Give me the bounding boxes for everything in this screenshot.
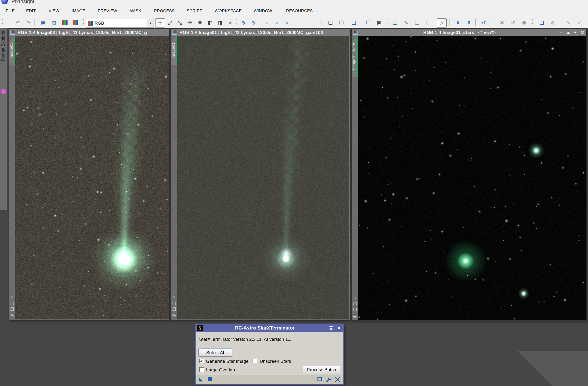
reset-button-icon[interactable] [335,376,341,383]
close-button[interactable]: ✕ [580,29,584,35]
apply-global-button[interactable] [208,377,212,381]
pan-mode-icon[interactable]: ✛ [155,19,165,28]
center-view-icon[interactable]: ◎ [10,313,14,318]
process-history-icon[interactable]: ↺ [479,19,488,27]
duplicate-view-icon[interactable]: ❐ [10,307,14,311]
iconize-button[interactable]: – [560,29,562,35]
add-process-icon[interactable]: ❏ [413,19,422,27]
menu-item-file[interactable]: FILE [6,9,15,13]
image01-stars-view[interactable] [358,36,586,320]
menu-item-view[interactable]: VIEW [49,9,60,13]
zoom-in-icon[interactable]: ⊕ [239,19,248,27]
menu-item-window[interactable]: WINDOW [254,9,272,13]
preview-frame-icon[interactable]: ▢ [172,301,176,305]
duplicate-window-icon[interactable]: ❐ [337,19,346,27]
process-settings-icon[interactable]: ✱ [497,19,506,27]
select-mode-icon[interactable]: ➤ [226,19,235,27]
undo-icon[interactable]: ↶ [13,19,22,27]
starxterminator-dialog[interactable]: S RC-Astro StarXTerminator ✕ StarXTermin… [195,324,344,385]
menu-item-workspace[interactable]: WORKSPACE [215,9,242,13]
menu-item-resources[interactable]: RESOURCES [286,9,313,13]
zoom-optimal-icon[interactable]: ⌕ [282,19,291,27]
toolbar-drag-handle[interactable] [82,19,84,27]
realtime-preview-button[interactable] [317,377,322,381]
expand-window-icon[interactable]: ❒ [364,19,373,27]
clone-process-icon[interactable]: ❐ [424,19,433,27]
redo-icon[interactable]: ↷ [24,19,33,27]
remove-mask-icon[interactable]: ⊗ [548,19,557,27]
duplicate-view-icon[interactable]: ❐ [172,307,176,311]
new-image-window-icon[interactable]: ❏ [326,19,335,27]
shade-window-icon[interactable]: ❑ [349,19,358,27]
window-titlebar[interactable]: RGB 1:4 Image03 | Light_42 Lyncis_120.0s… [9,29,169,36]
image-window-image01-stars[interactable]: RGB 1:4 Image01_stars | <*new*> –+✕ Imag… [352,28,587,321]
chevron-down-icon[interactable]: ▼ [147,19,154,27]
stf-rgb-icon[interactable] [60,19,69,27]
menu-item-process[interactable]: PROCESS [154,9,175,13]
center-image-icon[interactable]: ✥ [195,19,205,27]
select-ai-button[interactable]: Select AI [198,349,232,357]
dialog-shade-button[interactable] [329,327,333,330]
view-tab-image01-stars[interactable]: Image01_stars [352,36,358,77]
edit-mask-icon[interactable]: ✎ [564,19,573,27]
zoom-out-icon[interactable]: ⊖ [249,19,258,27]
new-mask-icon[interactable]: ❑ [537,19,546,27]
large-overlap-checkbox[interactable] [199,367,204,372]
process-batch-button[interactable]: Process Batch [303,366,340,373]
menu-item-script[interactable]: SCRIPT [187,9,202,13]
fit-window-mode-icon[interactable]: ⤢ [165,19,174,27]
menu-item-edit[interactable]: EDIT [26,9,36,13]
view-selector-icon[interactable] [353,30,358,35]
center-view-icon[interactable]: ◎ [353,314,357,318]
format-explorer-panel[interactable]: Format Explorer [0,28,7,210]
generate-star-image-checkbox[interactable]: ✔ [199,359,204,363]
zoom-1-1-icon[interactable]: ⌕ [262,19,271,27]
dialog-close-button[interactable]: ✕ [337,326,341,330]
zoom-to-fit-icon[interactable]: ⌕ [272,19,281,27]
browse-process-icon[interactable]: ⌕ [437,19,447,28]
image01-view[interactable] [177,36,349,319]
stf-lum-icon[interactable] [71,19,80,27]
duplicate-view-icon[interactable]: ❐ [353,308,357,312]
image-window-image03[interactable]: RGB 1:4 Image03 | Light_42 Lyncis_120.0s… [9,28,170,320]
save-process-icon[interactable]: ⇑ [464,19,473,27]
view-tab-image03[interactable]: Image03 [9,36,15,65]
optimal-fit-icon[interactable]: ✣ [186,19,195,27]
image03-view[interactable] [15,36,169,319]
menu-item-mask[interactable]: MASK [129,9,141,13]
view-tab-image01[interactable]: Image01 [171,36,177,65]
image-window-image01[interactable]: RGB 1:4 Image01 | Light_42 Lyncis_120.0s… [171,28,350,320]
image-identifier-icon[interactable]: ▣ [39,19,48,27]
new-preview-icon[interactable]: ⊞ [50,19,59,27]
fit-window-icon[interactable]: ▣ [375,19,384,27]
zoom-to-fit-icon[interactable]: ↘ [172,295,176,299]
toolbar-drag-handle[interactable] [530,19,533,27]
load-process-icon[interactable]: ⇓ [453,19,462,27]
edit-preferences-wrench-icon[interactable] [326,376,332,383]
delete-process-icon[interactable]: ⊗ [520,19,528,27]
view-selector-icon[interactable] [172,30,177,35]
shade-button[interactable] [566,31,570,34]
new-process-icon[interactable]: ❏ [391,19,400,27]
window-titlebar[interactable]: RGB 1:4 Image01 | Light_42 Lyncis_120.0s… [171,29,350,36]
fit-view-icon[interactable]: ◧ [206,19,215,27]
enable-mask-icon[interactable]: ✔ [575,19,584,27]
edit-process-icon[interactable]: ✎ [401,19,411,27]
preview-frame-icon[interactable]: ▢ [353,302,357,306]
fit-selection-icon[interactable]: ◨ [216,19,225,27]
menu-item-image[interactable]: IMAGE [72,9,85,13]
toolbar-drag-handle[interactable] [0,19,3,27]
zoom-button[interactable]: + [574,29,577,35]
zoom-to-fit-icon[interactable]: ↘ [10,295,14,299]
window-titlebar[interactable]: RGB 1:4 Image01_stars | <*new*> –+✕ [352,29,586,36]
zoom-to-fit-icon[interactable]: ↘ [353,295,357,299]
channel-selector[interactable]: RGB ▼ [86,19,154,28]
new-instance-button[interactable] [199,377,203,382]
dialog-titlebar[interactable]: S RC-Astro StarXTerminator ✕ [196,324,343,332]
reload-process-icon[interactable]: ↺ [508,19,518,27]
view-selector-icon[interactable] [10,30,15,35]
toolbar-drag-handle[interactable] [234,19,237,27]
unscreen-stars-checkbox[interactable] [252,359,257,363]
menu-item-preview[interactable]: PREVIEW [98,9,117,13]
toolbar-drag-handle[interactable] [385,19,388,27]
